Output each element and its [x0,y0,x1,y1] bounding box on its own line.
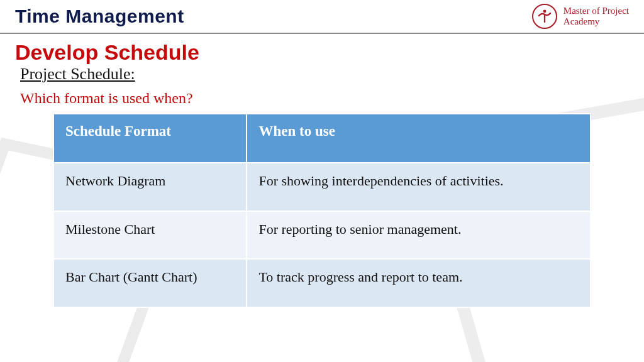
section-subheading: Project Schedule: [20,65,629,84]
brand-line-1: Master of Project [564,6,629,16]
table-row: Bar Chart (Gantt Chart) To track progres… [53,259,591,307]
page-title: Time Management [15,6,184,27]
schedule-format-table: Schedule Format When to use Network Diag… [53,113,591,308]
brand-text: Master of Project Academy [564,6,629,28]
table-container: Schedule Format When to use Network Diag… [53,113,591,308]
table-header-row: Schedule Format When to use [53,114,591,163]
cell-when: For showing interdependencies of activit… [247,163,591,211]
cell-when: For reporting to senior management. [247,211,591,260]
table-row: Network Diagram For showing interdepende… [53,163,591,211]
cell-format: Milestone Chart [53,211,247,260]
cell-format: Network Diagram [53,163,247,211]
cell-when: To track progress and report to team. [247,259,591,307]
header-bar: Time Management Master of Project Academ… [0,0,644,34]
section-question: Which format is used when? [20,90,629,107]
col-header-format: Schedule Format [53,114,247,163]
svg-point-0 [543,10,546,13]
brand-logo: Master of Project Academy [532,4,629,29]
cell-format: Bar Chart (Gantt Chart) [53,259,247,307]
section-heading: Develop Schedule [15,40,629,65]
brand-logo-icon [532,4,557,29]
table-row: Milestone Chart For reporting to senior … [53,211,591,260]
col-header-when: When to use [247,114,591,163]
brand-line-2: Academy [564,16,629,27]
main-content: Develop Schedule Project Schedule: Which… [0,34,644,308]
